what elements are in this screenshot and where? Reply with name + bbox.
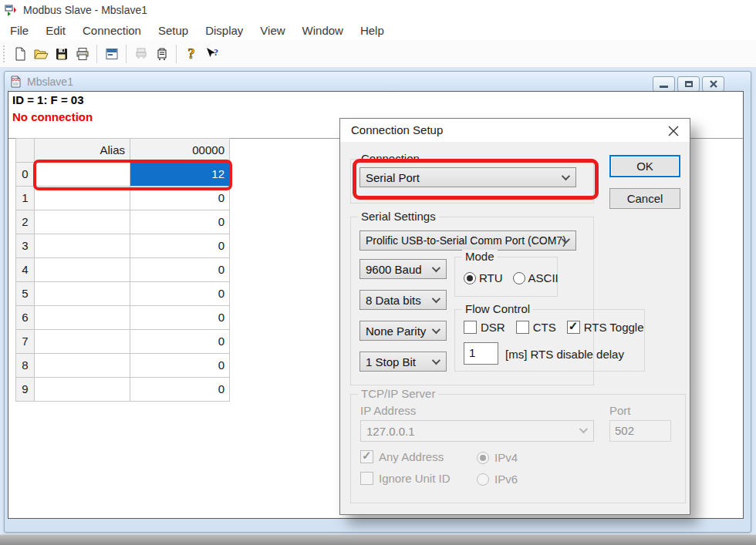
dialog-title: Connection Setup xyxy=(340,119,690,142)
ok-button[interactable]: OK xyxy=(609,155,680,177)
alias-cell[interactable] xyxy=(35,163,130,187)
row-index[interactable]: 3 xyxy=(16,234,35,258)
alias-cell[interactable] xyxy=(35,306,130,330)
toolbar-separator xyxy=(126,45,127,63)
rts-toggle-checkbox[interactable] xyxy=(567,321,580,334)
ipv4-label: IPv4 xyxy=(494,451,518,464)
display-setup-icon[interactable] xyxy=(101,44,122,64)
row-index[interactable]: 2 xyxy=(16,210,35,234)
parity-value: None Parity xyxy=(366,325,426,338)
stop-bits-select[interactable]: 1 Stop Bit xyxy=(359,352,447,372)
ip-address-select: 127.0.0.1 xyxy=(360,420,594,442)
menu-item-connection[interactable]: Connection xyxy=(74,22,150,39)
toolbar: ? ? xyxy=(0,40,756,68)
menu-item-window[interactable]: Window xyxy=(294,22,352,39)
close-icon xyxy=(709,80,718,88)
any-address-checkbox xyxy=(360,450,373,463)
chevron-down-icon xyxy=(432,294,440,303)
open-file-icon[interactable] xyxy=(30,44,51,64)
register-value-cell[interactable]: 0 xyxy=(130,210,230,234)
menu-item-help[interactable]: Help xyxy=(352,22,393,39)
close-icon xyxy=(668,126,679,136)
alias-cell[interactable] xyxy=(35,210,130,234)
menu-item-view[interactable]: View xyxy=(251,22,293,39)
minimize-icon xyxy=(660,86,668,88)
context-help-icon[interactable]: ? xyxy=(201,44,222,64)
dsr-label: DSR xyxy=(481,321,505,334)
menu-item-file[interactable]: File xyxy=(2,22,37,39)
chevron-down-icon xyxy=(432,264,440,272)
register-value-cell[interactable]: 0 xyxy=(130,187,230,210)
alias-cell[interactable] xyxy=(35,282,130,306)
menu-item-display[interactable]: Display xyxy=(197,22,251,39)
table-row: 70 xyxy=(16,330,230,354)
alias-cell[interactable] xyxy=(35,258,130,282)
table-row: 90 xyxy=(16,378,230,402)
register-value-cell[interactable]: 12 xyxy=(130,163,230,187)
menu-item-setup[interactable]: Setup xyxy=(150,22,197,39)
svg-text:DOC: DOC xyxy=(12,78,21,82)
status-bar xyxy=(0,534,756,545)
row-index[interactable]: 7 xyxy=(16,330,35,354)
serial-port-select[interactable]: Prolific USB-to-Serial Comm Port (COM7) xyxy=(359,230,576,251)
new-document-icon[interactable] xyxy=(9,44,30,64)
register-value-cell[interactable]: 0 xyxy=(130,330,230,354)
row-index[interactable]: 9 xyxy=(16,378,35,402)
register-value-cell[interactable]: 0 xyxy=(130,378,230,402)
any-address-label: Any Address xyxy=(379,450,444,463)
chevron-down-icon xyxy=(432,356,440,365)
document-titlebar[interactable]: DOC Mbslave1 xyxy=(5,72,751,91)
doc-icon: DOC xyxy=(10,76,22,88)
row-index[interactable]: 1 xyxy=(16,187,35,210)
print-icon[interactable] xyxy=(72,44,93,64)
alias-cell[interactable] xyxy=(35,378,130,402)
connection-type-value: Serial Port xyxy=(366,171,420,184)
rtu-radio[interactable] xyxy=(464,272,476,284)
device-icon[interactable] xyxy=(151,44,172,64)
table-row: 80 xyxy=(16,354,230,378)
parity-select[interactable]: None Parity xyxy=(359,321,447,341)
address-column-header[interactable]: 00000 xyxy=(130,139,230,163)
maximize-button[interactable] xyxy=(677,76,700,92)
register-value-cell[interactable]: 0 xyxy=(130,354,230,378)
register-value-cell[interactable]: 0 xyxy=(130,258,230,282)
register-value-cell[interactable]: 0 xyxy=(130,282,230,306)
rts-delay-input[interactable]: 1 xyxy=(464,342,498,365)
row-index[interactable]: 0 xyxy=(16,163,35,187)
table-row: 012 xyxy=(16,163,230,187)
data-bits-select[interactable]: 8 Data bits xyxy=(359,290,447,310)
alias-cell[interactable] xyxy=(35,187,130,210)
help-topics-icon[interactable]: ? xyxy=(181,44,201,64)
rts-delay-label: [ms] RTS disable delay xyxy=(505,348,624,361)
close-button[interactable] xyxy=(702,76,724,92)
cancel-button[interactable]: Cancel xyxy=(609,188,680,209)
register-value-cell[interactable]: 0 xyxy=(130,234,230,258)
row-index[interactable]: 6 xyxy=(16,306,35,330)
alias-cell[interactable] xyxy=(35,234,130,258)
table-row: 40 xyxy=(16,258,230,282)
minimize-button[interactable] xyxy=(653,76,675,92)
alias-cell[interactable] xyxy=(35,330,130,354)
cts-checkbox[interactable] xyxy=(516,321,529,334)
stop-bits-value: 1 Stop Bit xyxy=(366,355,416,368)
row-index[interactable]: 5 xyxy=(16,282,35,306)
flow-control-label: Flow Control xyxy=(462,302,533,315)
alias-column-header[interactable]: Alias xyxy=(35,139,130,163)
alias-cell[interactable] xyxy=(35,354,130,378)
baud-rate-select[interactable]: 9600 Baud xyxy=(359,259,447,279)
row-index[interactable]: 4 xyxy=(16,258,35,282)
menu-item-edit[interactable]: Edit xyxy=(37,22,74,39)
connection-setup-dialog: Connection Setup Connection Serial Port … xyxy=(339,118,690,515)
dsr-checkbox[interactable] xyxy=(464,321,477,334)
dialog-close-button[interactable] xyxy=(667,124,680,138)
flow-control-group: Flow Control DSR CTS RTS Toggle 1 [ms] R… xyxy=(454,309,645,372)
serial-settings-label: Serial Settings xyxy=(358,210,439,223)
connection-type-select[interactable]: Serial Port xyxy=(359,167,576,187)
register-value-cell[interactable]: 0 xyxy=(130,306,230,330)
mode-group: Mode RTU ASCII xyxy=(454,257,558,297)
connection-group-label: Connection xyxy=(358,152,423,165)
save-icon[interactable] xyxy=(51,44,72,64)
ascii-radio[interactable] xyxy=(513,272,525,284)
slave-id-function-label: ID = 1: F = 03 xyxy=(12,93,84,106)
row-index[interactable]: 8 xyxy=(16,354,35,378)
